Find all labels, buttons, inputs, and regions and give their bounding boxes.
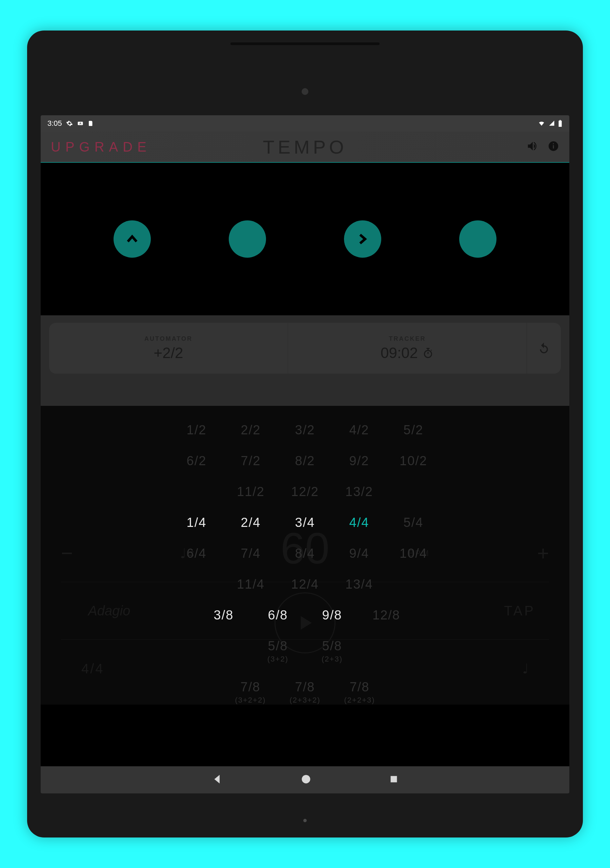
signature-option[interactable]: 5/4 xyxy=(398,515,429,530)
tracker-time: 09:02 xyxy=(381,344,418,361)
automator-value: +2/2 xyxy=(154,344,183,361)
tracker-label: TRACKER xyxy=(389,335,426,343)
signature-option[interactable]: 5/8(2+3) xyxy=(317,639,347,663)
signature-option[interactable]: 13/4 xyxy=(344,577,375,592)
time-signature-picker: − ♩= BPM + Adagio TAP 4/4 ♩ 60 xyxy=(41,406,569,705)
screen: 3:05 A xyxy=(41,115,569,794)
tracker-column[interactable]: TRACKER 09:02 xyxy=(288,323,527,374)
tablet-speaker xyxy=(231,42,379,45)
signature-option[interactable]: 7/8(2+3+2) xyxy=(290,680,320,705)
svg-rect-6 xyxy=(553,143,554,144)
svg-rect-2 xyxy=(559,121,562,127)
nav-home-button[interactable] xyxy=(301,774,311,786)
upgrade-button[interactable]: UPGRADE xyxy=(51,140,151,155)
status-time: 3:05 xyxy=(48,119,62,128)
signature-row: 11/412/413/4 xyxy=(235,577,375,592)
signature-option[interactable]: 4/2 xyxy=(344,423,375,437)
signature-option[interactable]: 1/2 xyxy=(181,423,212,437)
signature-option[interactable]: 6/4 xyxy=(181,546,212,561)
signal-icon xyxy=(548,120,555,127)
signature-option[interactable]: 6/8 xyxy=(263,608,293,623)
signature-option[interactable]: 9/8 xyxy=(317,608,347,623)
signature-option[interactable]: 9/2 xyxy=(344,454,375,468)
beat-4[interactable] xyxy=(459,220,497,258)
signature-option[interactable]: 9/4 xyxy=(344,546,375,561)
signature-option[interactable]: 13/2 xyxy=(344,485,375,499)
signature-option[interactable]: 10/4 xyxy=(398,546,429,561)
status-bar: 3:05 A xyxy=(41,115,569,132)
signature-row: 3/86/89/812/8 xyxy=(208,608,402,623)
signature-row: 11/212/213/2 xyxy=(235,485,375,499)
signature-row: 6/47/48/49/410/4 xyxy=(181,546,429,561)
keyboard-icon: A xyxy=(77,120,84,127)
stopwatch-icon xyxy=(422,347,434,359)
signature-option[interactable]: 1/4 xyxy=(181,515,212,530)
reset-icon xyxy=(537,341,551,355)
signature-option[interactable]: 2/4 xyxy=(235,515,266,530)
volume-icon[interactable] xyxy=(526,140,539,154)
nav-recents-button[interactable] xyxy=(389,774,398,785)
mid-panel-container: AUTOMATOR +2/2 TRACKER 09:02 xyxy=(41,315,569,406)
signature-option[interactable]: 8/2 xyxy=(290,454,320,468)
svg-rect-3 xyxy=(559,120,561,121)
reset-button[interactable] xyxy=(527,323,561,374)
signature-option[interactable]: 4/4 xyxy=(344,515,375,530)
tablet-camera xyxy=(302,88,308,95)
beat-2[interactable] xyxy=(229,220,266,258)
signature-option[interactable]: 2/2 xyxy=(235,423,266,437)
signature-grid: 1/22/23/24/25/26/27/28/29/210/211/212/21… xyxy=(41,406,569,705)
svg-rect-5 xyxy=(553,145,554,149)
signature-option[interactable]: 5/2 xyxy=(398,423,429,437)
tracker-value: 09:02 xyxy=(381,344,434,361)
app-title: TEMPO xyxy=(263,136,347,158)
signature-option[interactable]: 7/8(2+2+3) xyxy=(344,680,375,705)
signature-option[interactable]: 10/2 xyxy=(398,454,429,468)
sd-card-icon xyxy=(88,120,94,127)
automator-tracker-panel: AUTOMATOR +2/2 TRACKER 09:02 xyxy=(49,323,561,374)
info-icon[interactable] xyxy=(548,140,559,153)
signature-row: 6/27/28/29/210/2 xyxy=(181,454,429,468)
signature-option[interactable]: 3/4 xyxy=(290,515,320,530)
signature-row: 1/42/43/44/45/4 xyxy=(181,515,429,530)
signature-option[interactable]: 3/2 xyxy=(290,423,320,437)
signature-option[interactable]: 7/2 xyxy=(235,454,266,468)
beat-1[interactable] xyxy=(113,220,151,258)
svg-text:A: A xyxy=(79,122,82,125)
battery-icon xyxy=(558,120,562,127)
beat-3[interactable] xyxy=(344,220,381,258)
app-header: UPGRADE TEMPO xyxy=(41,132,569,163)
tablet-frame: 3:05 A xyxy=(27,31,583,837)
svg-rect-9 xyxy=(391,776,397,783)
signature-option[interactable]: 5/8(3+2) xyxy=(263,639,293,663)
signature-option[interactable]: 11/4 xyxy=(235,577,266,592)
signature-option[interactable]: 6/2 xyxy=(181,454,212,468)
svg-point-8 xyxy=(302,775,310,784)
android-nav-bar xyxy=(41,766,569,794)
tablet-home-indicator xyxy=(303,819,307,822)
signature-option[interactable]: 12/8 xyxy=(371,608,402,623)
signature-option[interactable]: 12/4 xyxy=(290,577,320,592)
beat-indicator-row xyxy=(41,163,569,315)
chevron-right-icon xyxy=(355,232,370,246)
signature-option[interactable]: 11/2 xyxy=(235,485,266,499)
automator-label: AUTOMATOR xyxy=(144,335,192,343)
gear-icon xyxy=(66,120,73,127)
signature-option[interactable]: 3/8 xyxy=(208,608,239,623)
nav-back-button[interactable] xyxy=(212,773,223,786)
signature-row: 1/22/23/24/25/2 xyxy=(181,423,429,437)
signature-row: 7/8(3+2+2)7/8(2+3+2)7/8(2+2+3) xyxy=(235,680,375,705)
signature-option[interactable]: 8/4 xyxy=(290,546,320,561)
automator-column[interactable]: AUTOMATOR +2/2 xyxy=(49,323,288,374)
signature-option[interactable]: 12/2 xyxy=(290,485,320,499)
signature-option[interactable]: 7/8(3+2+2) xyxy=(235,680,266,705)
signature-row: 5/8(3+2)5/8(2+3) xyxy=(263,639,347,663)
caret-icon xyxy=(125,232,139,246)
wifi-icon xyxy=(537,120,546,127)
signature-option[interactable]: 7/4 xyxy=(235,546,266,561)
